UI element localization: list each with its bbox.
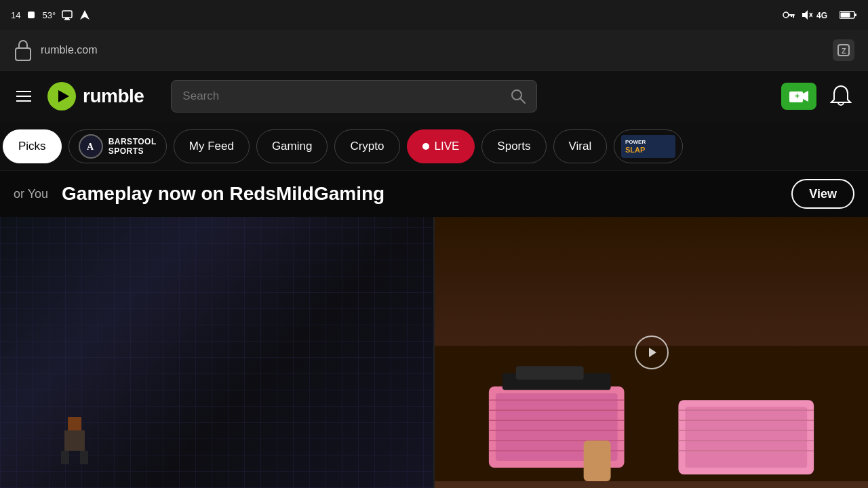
lock-icon-wrap — [14, 39, 33, 62]
play-icon-overlay — [645, 346, 658, 359]
svg-text:Z: Z — [842, 47, 846, 55]
svg-text:SLAP: SLAP — [625, 146, 645, 154]
key-icon — [783, 10, 796, 20]
temperature-display: 53° — [42, 10, 56, 20]
barstool-logo: A — [79, 134, 103, 159]
svg-text:A: A — [87, 142, 94, 152]
browser-bar: rumble.com Z — [0, 30, 868, 70]
category-viral[interactable]: Viral — [553, 129, 608, 163]
browser-tab-icon[interactable]: Z — [833, 39, 854, 61]
svg-rect-6 — [788, 14, 795, 16]
hamburger-line-2 — [16, 96, 31, 97]
svg-rect-14 — [854, 14, 856, 16]
category-nav: Picks A BARSTOOLSPORTS My Feed Gaming Cr… — [0, 122, 868, 171]
pixel-art-scene — [0, 217, 433, 488]
time-display: 14 — [11, 10, 20, 20]
svg-point-5 — [783, 12, 789, 18]
search-icon — [511, 89, 526, 104]
svg-rect-33 — [61, 451, 69, 464]
svg-line-22 — [520, 98, 525, 103]
svg-rect-32 — [64, 430, 85, 451]
svg-rect-0 — [28, 12, 35, 18]
category-power-slap[interactable]: POWER SLAP — [614, 129, 683, 163]
navigation-icon — [79, 9, 91, 21]
svg-text:4G: 4G — [816, 11, 827, 20]
status-right: 4G — [783, 9, 857, 21]
video-thumb-right[interactable] — [435, 217, 868, 488]
tab-switcher-icon: Z — [837, 43, 850, 57]
hamburger-menu[interactable] — [14, 88, 34, 104]
crypto-label: Crypto — [350, 140, 384, 153]
logo[interactable]: rumble — [47, 82, 144, 110]
category-sports[interactable]: Sports — [481, 129, 546, 163]
promo-title: Gameplay now on RedsMildGaming — [62, 183, 778, 205]
svg-rect-52 — [516, 366, 584, 380]
search-input[interactable] — [182, 89, 504, 103]
hamburger-line-3 — [16, 100, 31, 102]
svg-marker-54 — [649, 348, 656, 357]
hamburger-line-1 — [16, 91, 31, 92]
svg-rect-16 — [16, 48, 31, 60]
for-you-prefix: or You — [14, 187, 48, 201]
svg-text:POWER: POWER — [625, 139, 646, 145]
svg-rect-31 — [68, 417, 81, 430]
svg-rect-8 — [791, 16, 792, 17]
lock-icon — [14, 39, 33, 62]
barstool-label: BARSTOOLSPORTS — [108, 137, 157, 156]
svg-rect-45 — [685, 407, 807, 468]
category-barstool[interactable]: A BARSTOOLSPORTS — [68, 129, 167, 163]
svg-rect-53 — [584, 441, 611, 481]
laundry-scene — [435, 217, 868, 488]
svg-marker-24 — [803, 91, 808, 102]
bell-icon — [830, 85, 852, 108]
view-button[interactable]: View — [791, 179, 854, 209]
status-bar: 14 53° 4G — [0, 0, 868, 30]
status-left: 14 53° — [11, 9, 91, 21]
category-picks[interactable]: Picks — [3, 129, 62, 163]
notification-button[interactable] — [827, 83, 854, 110]
promo-banner: or You Gameplay now on RedsMildGaming Vi… — [0, 171, 868, 217]
logo-text: rumble — [83, 85, 144, 107]
svg-marker-9 — [802, 10, 808, 20]
video-grid — [0, 217, 868, 488]
camera-plus-icon: + — [789, 89, 808, 103]
power-slap-logo: POWER SLAP — [621, 135, 675, 158]
barstool-a-icon: A — [83, 138, 99, 155]
category-live[interactable]: LIVE — [407, 129, 475, 163]
rumble-header: rumble + — [0, 70, 868, 122]
logo-play-icon — [47, 82, 76, 110]
video-thumb-left[interactable] — [0, 217, 433, 488]
screen-record-icon — [61, 9, 73, 21]
live-dot — [422, 143, 429, 150]
search-bar[interactable] — [171, 80, 537, 113]
network-icon: 4G — [816, 9, 835, 20]
url-display[interactable]: rumble.com — [41, 44, 98, 56]
upload-button[interactable]: + — [781, 83, 816, 110]
viral-label: Viral — [569, 140, 592, 153]
battery-icon — [840, 10, 857, 20]
svg-rect-1 — [62, 11, 72, 18]
svg-rect-2 — [65, 18, 69, 19]
category-gaming[interactable]: Gaming — [256, 129, 328, 163]
svg-rect-15 — [841, 13, 850, 18]
svg-marker-4 — [80, 10, 90, 20]
svg-rect-34 — [80, 451, 88, 464]
volume-mute-icon — [800, 9, 812, 21]
live-label: LIVE — [435, 140, 460, 153]
picks-label: Picks — [18, 140, 46, 153]
my-feed-label: My Feed — [189, 140, 234, 153]
category-my-feed[interactable]: My Feed — [174, 129, 250, 163]
pixel-character — [54, 413, 95, 468]
sports-label: Sports — [497, 140, 530, 153]
svg-text:+: + — [795, 92, 800, 101]
play-circle-overlay — [635, 336, 669, 369]
svg-rect-7 — [793, 16, 794, 18]
category-crypto[interactable]: Crypto — [334, 129, 399, 163]
stop-icon — [26, 9, 37, 20]
gaming-label: Gaming — [272, 140, 313, 153]
header-actions: + — [781, 83, 854, 110]
svg-rect-3 — [64, 19, 70, 20]
